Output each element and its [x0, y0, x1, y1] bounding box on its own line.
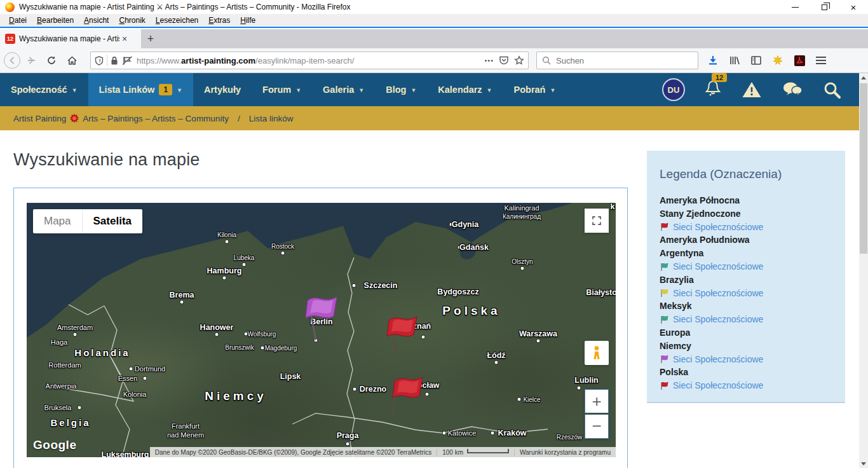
street-view-pegman[interactable] [585, 341, 609, 365]
site-search-button[interactable] [822, 80, 841, 99]
lock-icon[interactable] [111, 56, 118, 65]
messages-button[interactable] [782, 81, 803, 99]
scroll-down-button[interactable] [859, 459, 868, 468]
acrobat-icon[interactable] [794, 55, 806, 67]
nav-artykuly[interactable]: Artykuły [193, 73, 252, 106]
google-map[interactable]: k Kaliningrad Калининград Gdynia Gdańsk … [27, 203, 616, 457]
scroll-up-button[interactable] [859, 73, 868, 82]
nav-pobran[interactable]: Pobrań▼ [503, 73, 567, 106]
map-label: Kolonia [123, 390, 147, 398]
search-input[interactable] [556, 56, 683, 65]
url-text[interactable]: https://www.artist-painting.com/easylink… [137, 56, 484, 65]
city-dot [421, 335, 426, 340]
google-logo[interactable]: Google [33, 438, 76, 452]
page-actions-icon[interactable]: ••• [484, 57, 494, 64]
chevron-down-icon: ▼ [177, 87, 182, 93]
sidebars-icon[interactable] [750, 55, 762, 66]
legend-link[interactable]: Sieci Społecznościowe [673, 353, 763, 366]
map-label: Wolfsburg [248, 331, 276, 338]
city-dot [222, 276, 227, 280]
menu-bearbeiten[interactable]: Bearbeiten [32, 14, 79, 27]
back-button[interactable] [4, 52, 20, 69]
map-flag-wroclaw[interactable] [388, 375, 425, 418]
map-label: Kielce [523, 396, 540, 403]
legend-link[interactable]: Sieci Społecznościowe [673, 379, 763, 392]
legend-link[interactable]: Sieci Społecznościowe [673, 287, 763, 300]
zoom-out-button[interactable]: − [585, 415, 609, 439]
map-label: Lublin [574, 376, 599, 385]
map-label: Gdynia [452, 220, 478, 229]
active-tab[interactable]: 12 Wyszukiwanie na mapie - Artist × [0, 29, 141, 48]
map-label: Bydgoszcz [437, 287, 478, 296]
hamburger-menu-icon[interactable] [816, 57, 826, 64]
bookmark-star-icon[interactable] [514, 55, 524, 65]
map-label: Kraków [498, 429, 526, 437]
map-type-map-button[interactable]: Mapa [33, 209, 83, 233]
menu-datei[interactable]: Datei [4, 14, 32, 27]
map-flag-poznan[interactable] [384, 315, 419, 354]
download-icon[interactable] [707, 55, 719, 66]
chevron-down-icon: ▼ [410, 87, 416, 93]
map-label: Frankfurt [172, 422, 200, 430]
legend-link[interactable]: Sieci Społecznościowe [673, 313, 763, 326]
tab-close-icon[interactable]: × [122, 34, 127, 44]
extension-starburst-icon[interactable] [772, 55, 783, 66]
chevron-down-icon: ▼ [487, 87, 492, 93]
city-dot [143, 376, 147, 381]
new-tab-button[interactable]: + [141, 29, 160, 48]
map-flag-berlin[interactable] [301, 294, 341, 342]
map-label: Bruksela [44, 404, 72, 411]
map-label: Gdańsk [459, 243, 489, 252]
forward-button[interactable] [22, 51, 41, 70]
map-label: Dortmund [135, 365, 165, 373]
notifications-button[interactable]: 12 [704, 79, 722, 100]
page-title: Wyszukiwanie na mapie [13, 150, 200, 170]
nav-lista-linkow[interactable]: Lista Linków1▼ [88, 73, 193, 106]
legend-link[interactable]: Sieci Społecznościowe [673, 221, 763, 234]
reload-button[interactable] [42, 51, 61, 70]
site-favicon: 12 [5, 34, 15, 44]
page-scrollbar[interactable] [859, 73, 868, 468]
legend-heading: Ameryka Północna [660, 194, 832, 207]
fullscreen-button[interactable] [585, 209, 609, 233]
breadcrumb-current: Lista linków [249, 114, 294, 123]
avatar[interactable]: DU [662, 78, 685, 101]
map-label: Kilonia [217, 231, 236, 238]
city-dot [129, 367, 133, 371]
menu-ansicht[interactable]: Ansicht [79, 14, 114, 27]
map-label: Rzeszów [557, 434, 583, 441]
close-button[interactable]: × [839, 0, 868, 14]
legend-panel: Legenda (Oznaczenia) Ameryka Północna St… [647, 151, 845, 403]
map-label: nad Menem [167, 431, 204, 439]
scrollbar-thumb[interactable] [860, 83, 867, 254]
nav-galeria[interactable]: Galeria▼ [312, 73, 375, 106]
nav-forum[interactable]: Forum▼ [252, 73, 312, 106]
tracking-shield-icon[interactable] [95, 56, 104, 65]
menu-hilfe[interactable]: Hilfe [235, 14, 261, 27]
terms-link[interactable]: Warunki korzystania z programu [514, 449, 616, 456]
url-bar[interactable]: https://www.artist-painting.com/easylink… [90, 52, 529, 69]
map-type-satellite-button[interactable]: Satelita [83, 209, 142, 233]
tab-bar: 12 Wyszukiwanie na mapie - Artist × + [0, 29, 868, 48]
library-icon[interactable] [729, 55, 740, 66]
zoom-in-button[interactable]: + [585, 389, 609, 413]
pocket-icon[interactable] [499, 55, 509, 65]
search-bar[interactable] [536, 52, 698, 69]
legend-heading: Brazylia [660, 273, 832, 287]
nav-kalendarz[interactable]: Kalendarz▼ [427, 73, 503, 106]
restore-button[interactable] [810, 0, 839, 14]
legend-link[interactable]: Sieci Społecznościowe [673, 260, 763, 273]
breadcrumb-community-link[interactable]: Arts – Paintings – Artists – Community [83, 114, 229, 123]
map-label: Magdeburg [265, 345, 297, 352]
menu-lesezeichen[interactable]: Lesezeichen [151, 14, 203, 27]
nav-blog[interactable]: Blog▼ [375, 73, 427, 106]
nav-spolecznosc[interactable]: Społeczność▼ [0, 73, 88, 106]
minimize-button[interactable] [780, 0, 810, 14]
alerts-button[interactable] [741, 80, 763, 99]
home-button[interactable] [62, 51, 81, 70]
breadcrumb-site-link[interactable]: Artist Painting [13, 114, 66, 123]
flag-icon [660, 262, 670, 272]
menu-extras[interactable]: Extras [203, 14, 235, 27]
menu-chronik[interactable]: Chronik [114, 14, 150, 27]
permission-flag-icon[interactable] [122, 56, 133, 65]
